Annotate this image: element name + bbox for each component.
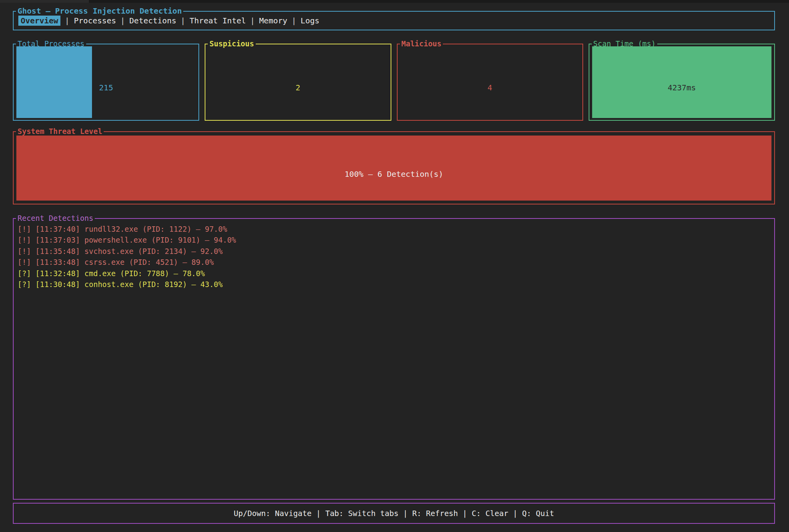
stat-malicious: Malicious 4 (397, 44, 583, 121)
app-title: Ghost — Process Injection Detection (16, 7, 183, 15)
tab-separator: | (65, 16, 69, 25)
app-root: Ghost — Process Injection Detection Over… (0, 3, 789, 524)
footer-keybindings: Up/Down: Navigate | Tab: Switch tabs | R… (13, 503, 775, 524)
stat-total-processes: Total Processes 215 (13, 44, 199, 121)
tab-overview[interactable]: Overview (18, 16, 60, 26)
stat-value: 4237ms (589, 50, 774, 125)
detections-list: [!] [11:37:40] rundll32.exe (PID: 1122) … (14, 219, 774, 294)
stat-value: 215 (14, 50, 198, 125)
stat-value: 4 (398, 50, 582, 125)
stat-scan-time: Scan Time (ms) 4237ms (589, 44, 775, 121)
stat-title: Suspicious (208, 39, 255, 48)
stat-value: 2 (205, 50, 390, 125)
tab-logs[interactable]: Logs (301, 16, 319, 25)
tab-bar: Overview | Processes | Detections | Thre… (14, 16, 319, 26)
recent-detections-title: Recent Detections (16, 214, 95, 222)
tab-threat-intel[interactable]: Threat Intel (189, 16, 246, 25)
tab-processes[interactable]: Processes (74, 16, 116, 25)
threat-level-title: System Threat Level (16, 127, 104, 136)
detection-row[interactable]: [?] [11:32:48] cmd.exe (PID: 7788) — 78.… (18, 268, 770, 279)
tab-separator: | (180, 16, 185, 25)
footer-keybindings-text: Up/Down: Navigate | Tab: Switch tabs | R… (234, 509, 554, 518)
stats-row: Total Processes 215 Suspicious 2 Malicio… (13, 44, 775, 121)
threat-gauge-fill: 100% — 6 Detection(s) (16, 136, 771, 201)
window-top-strip-segment (0, 0, 89, 3)
detection-row[interactable]: [!] [11:37:03] powershell.exe (PID: 9101… (18, 234, 770, 245)
stat-suspicious: Suspicious 2 (205, 44, 391, 121)
detection-row[interactable]: [!] [11:33:48] csrss.exe (PID: 4521) — 8… (18, 257, 770, 268)
detection-row[interactable]: [!] [11:37:40] rundll32.exe (PID: 1122) … (18, 224, 770, 234)
detection-row[interactable]: [?] [11:30:48] conhost.exe (PID: 8192) —… (18, 279, 770, 290)
threat-level-panel: System Threat Level 100% — 6 Detection(s… (13, 131, 775, 204)
tab-detections[interactable]: Detections (129, 16, 176, 25)
tab-separator: | (250, 16, 255, 25)
header-tabbar: Ghost — Process Injection Detection Over… (13, 11, 775, 30)
window-top-strip (0, 0, 789, 3)
tab-separator: | (120, 16, 125, 25)
stat-title: Malicious (400, 39, 443, 48)
tab-separator: | (292, 16, 296, 25)
tab-memory[interactable]: Memory (259, 16, 287, 25)
detection-row[interactable]: [!] [11:35:48] svchost.exe (PID: 2134) —… (18, 246, 770, 257)
threat-gauge-label: 100% — 6 Detection(s) (345, 169, 443, 179)
recent-detections-panel: Recent Detections [!] [11:37:40] rundll3… (13, 218, 775, 500)
